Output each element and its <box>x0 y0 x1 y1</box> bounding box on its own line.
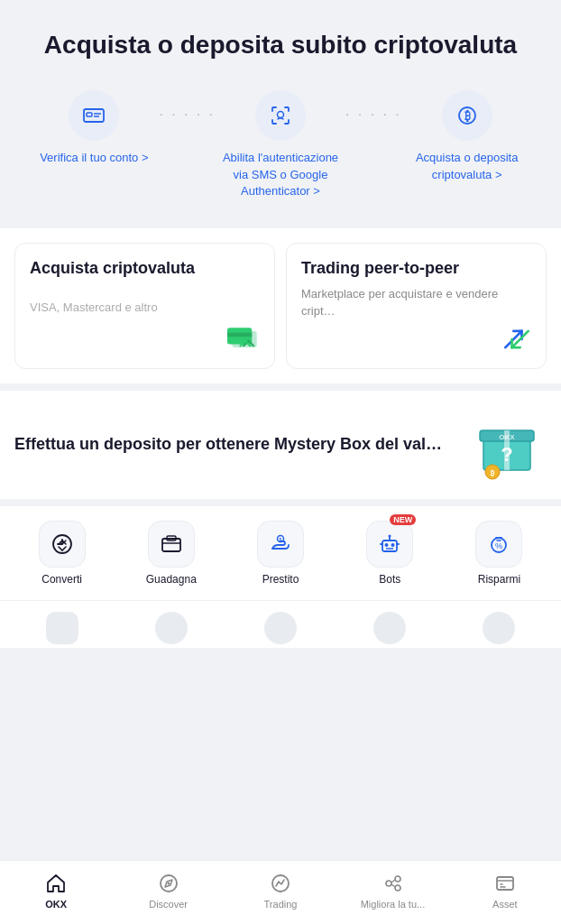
svg-text:?: ? <box>501 443 512 466</box>
partial-item-2[interactable] <box>116 612 225 644</box>
step-auth-icon-wrap <box>255 90 306 141</box>
feature-risparmi-label: Risparmi <box>478 573 520 586</box>
savings-icon-wrap: % <box>475 521 522 568</box>
nav-trading[interactable]: Trading <box>225 868 336 913</box>
svg-text:OKX: OKX <box>499 433 515 441</box>
feature-risparmi[interactable]: % Risparmi <box>445 521 554 586</box>
partial-icon-2 <box>155 612 188 644</box>
svg-rect-1 <box>87 113 92 116</box>
nav-migliora[interactable]: Migliora la tu... <box>336 868 448 913</box>
bot-icon-wrap: NEW <box>366 521 413 568</box>
feature-converti[interactable]: Converti <box>7 521 116 586</box>
step-verify-label: Verifica il tuo conto > <box>40 150 148 166</box>
p2p-card[interactable]: Trading peer-to-peer Marketplace per acq… <box>286 243 547 369</box>
savings-icon: % <box>487 532 510 556</box>
svg-rect-46 <box>497 877 513 890</box>
nav-asset[interactable]: Asset <box>449 868 561 913</box>
hero-title: Acquista o deposita subito criptovaluta <box>22 29 539 61</box>
feature-bots-label: Bots <box>379 573 400 586</box>
promo-text: Effettua un deposito per ottenere Myster… <box>14 433 464 456</box>
new-badge: NEW <box>390 514 416 525</box>
step-verify[interactable]: Verifica il tuo conto > <box>29 90 160 166</box>
trading-icon <box>269 872 292 895</box>
asset-icon <box>493 872 517 895</box>
nav-trading-label: Trading <box>264 899 298 910</box>
step-auth[interactable]: Abilita l'autenticazione via SMS o Googl… <box>216 90 346 199</box>
steps-row: Verifica il tuo conto > · · · · · Abilit… <box>22 90 539 199</box>
svg-point-4 <box>278 112 284 118</box>
svg-rect-26 <box>382 541 397 551</box>
buy-crypto-card[interactable]: Acquista criptovaluta VISA, Mastercard e… <box>14 243 275 369</box>
partial-icon-1 <box>46 612 78 644</box>
features-section: Converti Guadagna $ Prestito NEW <box>0 506 561 600</box>
nav-okx-label: OKX <box>45 899 67 910</box>
step-connector-2: · · · · · <box>345 90 401 121</box>
discover-icon <box>157 872 180 895</box>
step-buy[interactable]: ₿ Acquista o deposita criptovaluta > <box>401 90 532 182</box>
partial-item-1[interactable] <box>7 612 116 644</box>
feature-prestito-label: Prestito <box>262 573 299 586</box>
svg-rect-9 <box>227 333 252 337</box>
step-auth-label: Abilita l'autenticazione via SMS o Googl… <box>216 150 346 199</box>
feature-guadagna-label: Guadagna <box>146 573 197 586</box>
svg-text:%: % <box>495 541 502 550</box>
svg-line-45 <box>391 884 395 887</box>
partial-icon-4 <box>373 612 406 644</box>
buy-crypto-detail: VISA, Mastercard e altro <box>30 300 260 314</box>
svg-point-41 <box>386 881 391 886</box>
svg-point-39 <box>167 882 170 885</box>
bot-icon <box>378 532 401 556</box>
step-connector-1: · · · · · <box>160 90 216 121</box>
nav-migliora-label: Migliora la tu... <box>361 899 426 910</box>
svg-point-43 <box>395 885 400 891</box>
feature-guadagna[interactable]: Guadagna <box>116 521 225 586</box>
step-buy-icon-wrap: ₿ <box>442 90 492 141</box>
cards-icon <box>227 321 263 357</box>
partial-item-3[interactable] <box>225 612 335 644</box>
mystery-box-icon: ? OKX ₿ <box>474 409 547 481</box>
earn-icon-wrap <box>148 521 195 568</box>
step-buy-label: Acquista o deposita criptovaluta > <box>401 150 532 182</box>
improve-icon <box>381 872 404 895</box>
bottom-nav: OKX Discover Trading <box>0 860 561 924</box>
bitcoin-icon: ₿ <box>455 103 480 128</box>
svg-point-27 <box>385 543 389 547</box>
convert-icon-wrap <box>39 521 86 568</box>
feature-converti-label: Converti <box>41 573 82 586</box>
face-scan-icon <box>268 103 293 128</box>
svg-point-30 <box>389 534 391 537</box>
p2p-title: Trading peer-to-peer <box>301 258 531 279</box>
home-icon <box>44 872 68 895</box>
svg-line-44 <box>391 880 395 882</box>
nav-discover-label: Discover <box>149 899 188 910</box>
partial-features-row <box>0 600 561 648</box>
convert-icon <box>51 532 74 556</box>
partial-icon-3 <box>264 612 297 644</box>
loan-icon: $ <box>269 532 292 556</box>
nav-discover[interactable]: Discover <box>112 868 224 913</box>
nav-asset-label: Asset <box>492 899 518 910</box>
svg-text:$: $ <box>280 536 282 541</box>
buy-crypto-title: Acquista criptovaluta <box>30 258 260 279</box>
id-card-icon <box>81 103 106 128</box>
earn-icon <box>160 532 183 556</box>
svg-point-28 <box>391 543 395 547</box>
hero-section: Acquista o deposita subito criptovaluta … <box>0 0 561 221</box>
step-verify-icon-wrap <box>69 90 119 141</box>
partial-item-4[interactable] <box>336 612 445 644</box>
partial-icon-5 <box>483 612 515 644</box>
feature-bots[interactable]: NEW Bots <box>336 521 445 586</box>
p2p-subtitle: Marketplace per acquistare e vendere cri… <box>301 286 531 319</box>
svg-text:₿: ₿ <box>464 109 470 123</box>
cards-section: Acquista criptovaluta VISA, Mastercard e… <box>0 228 561 383</box>
promo-banner[interactable]: Effettua un deposito per ottenere Myster… <box>0 391 561 499</box>
nav-okx[interactable]: OKX <box>0 868 112 913</box>
loan-icon-wrap: $ <box>257 521 304 568</box>
trade-icon <box>499 321 535 357</box>
feature-prestito[interactable]: $ Prestito <box>225 521 335 586</box>
svg-point-42 <box>395 876 400 882</box>
partial-item-5[interactable] <box>445 612 554 644</box>
